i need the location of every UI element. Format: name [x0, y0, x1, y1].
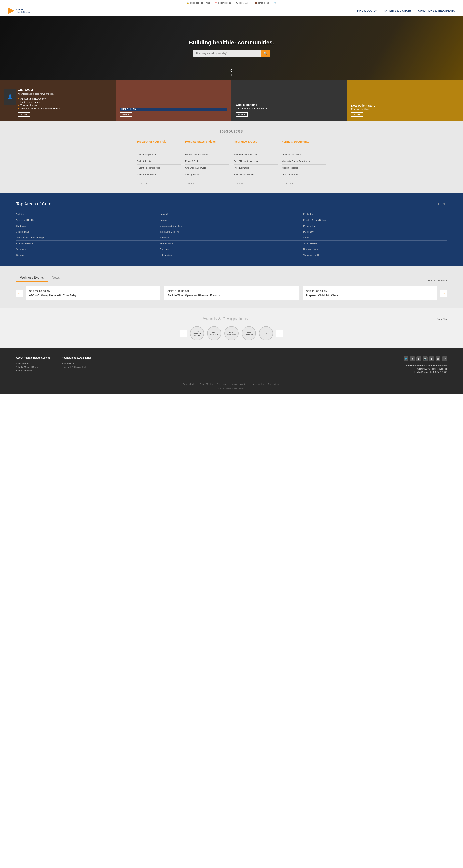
resource-item[interactable]: Out of Network Insurance [233, 158, 278, 164]
resources-col-insurance-see-all[interactable]: SEE ALL [233, 181, 248, 185]
resources-col-forms-see-all[interactable]: SEE ALL [282, 181, 296, 185]
footer-disclaimer[interactable]: Disclaimer [217, 383, 226, 385]
care-item[interactable]: Home Care [160, 212, 303, 217]
footer-code-of-ethics[interactable]: Code of Ethics [200, 383, 212, 385]
care-item[interactable]: Maternity [160, 235, 303, 241]
resource-item[interactable]: Visiting Hours [185, 171, 230, 178]
care-item[interactable]: Pediatrics [303, 212, 447, 217]
care-item[interactable]: Primary Care [303, 223, 447, 229]
resource-item[interactable]: Financial Assistance [233, 171, 278, 178]
hero-search-input[interactable] [193, 50, 261, 57]
footer-partnerships[interactable]: Partnerships [62, 362, 92, 365]
headline-item[interactable]: #1 hospital in New Jersey [18, 97, 61, 100]
care-item[interactable]: Clinical Trials [16, 229, 160, 235]
care-item[interactable]: Physical Rehabilitation [303, 217, 447, 223]
care-item[interactable]: Neuroscience [160, 241, 303, 246]
care-item[interactable]: Cardiology [16, 223, 160, 229]
care-item[interactable]: Genomics [16, 252, 160, 258]
care-item[interactable]: Executive Health [16, 241, 160, 246]
events-next-button[interactable]: → [440, 290, 447, 297]
footer-phone-number[interactable]: 1-800-247-9580 [430, 371, 447, 374]
footer-research[interactable]: Research & Clinical Trials [62, 365, 92, 369]
email-icon[interactable]: ✉ [442, 356, 447, 361]
care-grid: Bariatrics Behavioral Health Cardiology … [16, 212, 447, 258]
events-prev-button[interactable]: ← [16, 290, 23, 297]
care-item[interactable]: Orthopedics [160, 252, 303, 258]
resource-item[interactable]: Price Estimates [233, 164, 278, 171]
resource-item[interactable]: Patient Registration [137, 151, 181, 158]
hero-section: Building healthier communities. 🔍 🎙 ↓ [0, 16, 463, 81]
facebook-icon[interactable]: f [410, 356, 415, 361]
care-see-all-link[interactable]: SEE ALL [437, 203, 447, 205]
awards-prev-button[interactable]: ← [180, 330, 187, 337]
care-item[interactable]: Behavioral Health [16, 217, 160, 223]
footer-terms[interactable]: Terms of Use [268, 383, 280, 385]
events-see-all-link[interactable]: SEE ALL EVENTS [428, 279, 447, 282]
footer-who-we-are[interactable]: Who We Are [16, 362, 50, 365]
tab-wellness-events[interactable]: Wellness Events [16, 274, 48, 282]
care-item[interactable]: Urogynecology [303, 246, 447, 252]
care-item[interactable]: Imaging and Radiology [160, 223, 303, 229]
resource-item[interactable]: Accepted Insurance Plans [233, 151, 278, 158]
nav-patients-visitors[interactable]: PATIENTS & VISITORS [384, 9, 412, 12]
resource-item[interactable]: Patient Responsibilities [137, 164, 181, 171]
nav-conditions-treatments[interactable]: CONDITIONS & TREATMENTS [418, 9, 455, 12]
care-item[interactable]: Bariatrics [16, 212, 160, 217]
headlines-more-button[interactable]: MORE [120, 112, 132, 117]
careers-link[interactable]: 💼 CAREERS [255, 2, 269, 4]
resource-item[interactable]: Patient Room Services [185, 151, 230, 158]
care-item[interactable]: Oncology [160, 246, 303, 252]
resource-item[interactable]: Meals & Dining [185, 158, 230, 164]
resource-item[interactable]: Birth Certificates [282, 171, 326, 178]
awards-see-all-link[interactable]: SEE ALL [437, 318, 447, 320]
footer-privacy-policy[interactable]: Privacy Policy [183, 383, 196, 385]
footer-secure-access[interactable]: Secure AHS Remote Access [403, 368, 447, 370]
awards-next-button[interactable]: → [276, 330, 283, 337]
care-item[interactable]: Diabetes and Endocrinology [16, 235, 160, 241]
care-item[interactable]: Hospice [160, 217, 303, 223]
headline-item[interactable]: AHS and the Jets kickoff another season [18, 107, 61, 110]
resources-col-hospital-see-all[interactable]: SEE ALL [185, 181, 200, 185]
instagram-icon[interactable]: 📷 [423, 356, 428, 361]
headline-item[interactable]: Train crash rescue [18, 103, 61, 107]
resources-col-prepare-see-all[interactable]: SEE ALL [137, 181, 152, 185]
contact-link[interactable]: 📞 CONTACT [236, 2, 250, 4]
event-name-2[interactable]: Back in Time: Operation Phantom Fury (1) [167, 294, 295, 297]
care-item[interactable]: Sleep [303, 235, 447, 241]
event-name-1[interactable]: ABC's Of Going Home with Your Baby [29, 294, 157, 297]
footer-stay-connected[interactable]: Stay Connected [16, 369, 50, 372]
hero-search-button[interactable]: 🔍 [261, 50, 270, 57]
footer-atlantic-medical-group[interactable]: Atlantic Medical Group [16, 365, 50, 369]
resource-item[interactable]: Smoke-Free Policy [137, 171, 181, 178]
headline-item[interactable]: Limb saving surgery [18, 100, 61, 103]
resource-item[interactable]: Advance Directives [282, 151, 326, 158]
logo[interactable]: Atlantic Health System [8, 8, 31, 14]
trending-more-button[interactable]: MORE [235, 112, 247, 117]
footer-find-doctor-label: Find a Doctor: [414, 371, 429, 374]
youtube-icon[interactable]: ▶ [417, 356, 421, 361]
linkedin-icon[interactable]: in [429, 356, 434, 361]
patient-portals-link[interactable]: 🔒 PATIENT PORTALS [187, 2, 210, 4]
top-bar: 🔒 PATIENT PORTALS 📍 LOCATIONS 📞 CONTACT … [0, 0, 463, 6]
footer-language-assistance[interactable]: Language Assistance [230, 383, 249, 385]
care-item[interactable]: Pulmonary [303, 229, 447, 235]
care-item[interactable]: Integrative Medicine [160, 229, 303, 235]
care-item[interactable]: Geriatrics [16, 246, 160, 252]
search-topbar-button[interactable]: 🔍 [274, 2, 276, 4]
resource-item[interactable]: Gift Shops & Flowers [185, 164, 230, 171]
care-item[interactable]: Women's Health [303, 252, 447, 258]
hero-search-bar: 🔍 [193, 50, 270, 57]
footer-accessibility[interactable]: Accessibility [253, 383, 264, 385]
resource-item[interactable]: Patient Rights [137, 158, 181, 164]
nav-find-doctor[interactable]: FIND A DOCTOR [357, 9, 377, 12]
patient-story-more-button[interactable]: MORE [351, 112, 363, 117]
locations-link[interactable]: 📍 LOCATIONS [214, 2, 231, 4]
snapchat-icon[interactable]: 👻 [436, 356, 440, 361]
resource-item[interactable]: Maternity Center Registration [282, 158, 326, 164]
resource-item[interactable]: Medical Records [282, 164, 326, 171]
care-item[interactable]: Sports Health [303, 241, 447, 246]
event-name-3[interactable]: Prepared Childbirth Class [306, 294, 434, 297]
atlanticast-more-button[interactable]: MORE [18, 112, 30, 117]
tab-news[interactable]: News [48, 274, 64, 282]
twitter-icon[interactable]: 🐦 [403, 356, 408, 361]
